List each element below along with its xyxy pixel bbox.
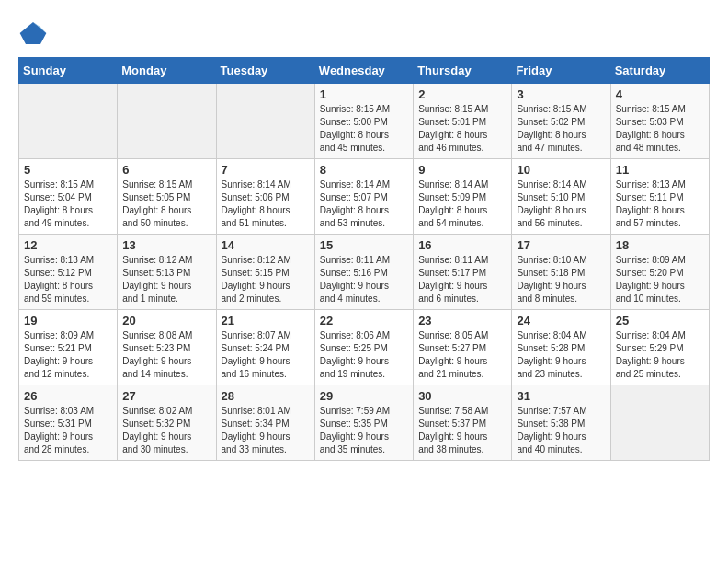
day-info: Sunrise: 8:02 AM Sunset: 5:32 PM Dayligh… [122, 405, 210, 456]
day-info: Sunrise: 8:14 AM Sunset: 5:10 PM Dayligh… [517, 178, 605, 230]
calendar-cell: 15Sunrise: 8:11 AM Sunset: 5:16 PM Dayli… [314, 235, 413, 310]
calendar-week-row: 5Sunrise: 8:15 AM Sunset: 5:04 PM Daylig… [19, 159, 710, 235]
weekday-header: Tuesday [216, 58, 314, 84]
calendar-cell: 23Sunrise: 8:05 AM Sunset: 5:27 PM Dayli… [414, 310, 512, 385]
calendar-cell: 26Sunrise: 8:03 AM Sunset: 5:31 PM Dayli… [19, 385, 118, 461]
calendar-cell: 7Sunrise: 8:14 AM Sunset: 5:06 PM Daylig… [216, 159, 314, 235]
calendar-cell: 12Sunrise: 8:13 AM Sunset: 5:12 PM Dayli… [19, 235, 118, 310]
day-info: Sunrise: 8:06 AM Sunset: 5:25 PM Dayligh… [320, 329, 408, 381]
day-info: Sunrise: 8:15 AM Sunset: 5:04 PM Dayligh… [24, 178, 112, 230]
calendar-cell: 1Sunrise: 8:15 AM Sunset: 5:00 PM Daylig… [314, 84, 413, 159]
day-number: 31 [517, 389, 605, 403]
calendar-cell: 20Sunrise: 8:08 AM Sunset: 5:23 PM Dayli… [118, 310, 216, 385]
day-number: 17 [517, 238, 605, 252]
day-number: 6 [122, 163, 210, 177]
calendar-cell: 9Sunrise: 8:14 AM Sunset: 5:09 PM Daylig… [414, 159, 512, 235]
calendar-cell [118, 84, 216, 159]
day-info: Sunrise: 8:05 AM Sunset: 5:27 PM Dayligh… [418, 329, 506, 381]
calendar-cell: 18Sunrise: 8:09 AM Sunset: 5:20 PM Dayli… [610, 235, 709, 310]
weekday-header: Wednesday [314, 58, 413, 84]
day-number: 14 [222, 238, 310, 252]
day-info: Sunrise: 8:10 AM Sunset: 5:18 PM Dayligh… [517, 254, 605, 305]
day-number: 2 [418, 87, 506, 101]
calendar-cell: 11Sunrise: 8:13 AM Sunset: 5:11 PM Dayli… [610, 159, 709, 235]
day-info: Sunrise: 8:04 AM Sunset: 5:28 PM Dayligh… [517, 329, 605, 381]
weekday-header: Saturday [610, 58, 709, 84]
day-info: Sunrise: 8:09 AM Sunset: 5:20 PM Dayligh… [616, 254, 704, 305]
calendar-cell: 8Sunrise: 8:14 AM Sunset: 5:07 PM Daylig… [314, 159, 413, 235]
weekday-header: Thursday [414, 58, 512, 84]
day-info: Sunrise: 8:14 AM Sunset: 5:06 PM Dayligh… [222, 178, 310, 230]
day-number: 9 [418, 163, 506, 177]
day-number: 19 [24, 314, 112, 327]
day-number: 15 [320, 238, 408, 252]
day-info: Sunrise: 8:12 AM Sunset: 5:13 PM Dayligh… [122, 254, 210, 305]
weekday-header: Friday [512, 58, 610, 84]
calendar-cell: 17Sunrise: 8:10 AM Sunset: 5:18 PM Dayli… [512, 235, 610, 310]
calendar-week-row: 19Sunrise: 8:09 AM Sunset: 5:21 PM Dayli… [19, 310, 710, 385]
calendar-cell: 13Sunrise: 8:12 AM Sunset: 5:13 PM Dayli… [118, 235, 216, 310]
day-info: Sunrise: 8:14 AM Sunset: 5:07 PM Dayligh… [320, 178, 408, 230]
day-info: Sunrise: 8:11 AM Sunset: 5:17 PM Dayligh… [418, 254, 506, 305]
calendar-cell: 5Sunrise: 8:15 AM Sunset: 5:04 PM Daylig… [19, 159, 118, 235]
page-header [18, 18, 710, 48]
day-info: Sunrise: 8:08 AM Sunset: 5:23 PM Dayligh… [122, 329, 210, 381]
calendar-cell [610, 385, 709, 461]
day-number: 11 [616, 163, 704, 177]
day-number: 29 [320, 389, 408, 403]
calendar-cell: 28Sunrise: 8:01 AM Sunset: 5:34 PM Dayli… [216, 385, 314, 461]
calendar-cell: 27Sunrise: 8:02 AM Sunset: 5:32 PM Dayli… [118, 385, 216, 461]
logo-icon [18, 18, 48, 48]
weekday-header-row: SundayMondayTuesdayWednesdayThursdayFrid… [19, 58, 710, 84]
day-number: 8 [320, 163, 408, 177]
day-info: Sunrise: 8:14 AM Sunset: 5:09 PM Dayligh… [418, 178, 506, 230]
calendar-cell: 31Sunrise: 7:57 AM Sunset: 5:38 PM Dayli… [512, 385, 610, 461]
day-number: 22 [320, 314, 408, 327]
calendar-cell: 10Sunrise: 8:14 AM Sunset: 5:10 PM Dayli… [512, 159, 610, 235]
day-info: Sunrise: 8:12 AM Sunset: 5:15 PM Dayligh… [222, 254, 310, 305]
day-number: 4 [616, 87, 704, 101]
day-info: Sunrise: 7:59 AM Sunset: 5:35 PM Dayligh… [320, 405, 408, 456]
day-info: Sunrise: 8:13 AM Sunset: 5:11 PM Dayligh… [616, 178, 704, 230]
logo [18, 18, 51, 48]
day-info: Sunrise: 8:15 AM Sunset: 5:03 PM Dayligh… [616, 103, 704, 155]
day-number: 3 [517, 87, 605, 101]
day-info: Sunrise: 7:57 AM Sunset: 5:38 PM Dayligh… [517, 405, 605, 456]
weekday-header: Sunday [19, 58, 118, 84]
calendar-table: SundayMondayTuesdayWednesdayThursdayFrid… [18, 57, 710, 461]
calendar-cell: 25Sunrise: 8:04 AM Sunset: 5:29 PM Dayli… [610, 310, 709, 385]
calendar-cell: 3Sunrise: 8:15 AM Sunset: 5:02 PM Daylig… [512, 84, 610, 159]
day-info: Sunrise: 8:01 AM Sunset: 5:34 PM Dayligh… [222, 405, 310, 456]
day-number: 28 [222, 389, 310, 403]
day-number: 21 [222, 314, 310, 327]
calendar-week-row: 12Sunrise: 8:13 AM Sunset: 5:12 PM Dayli… [19, 235, 710, 310]
day-number: 24 [517, 314, 605, 327]
calendar-cell [216, 84, 314, 159]
day-info: Sunrise: 8:15 AM Sunset: 5:00 PM Dayligh… [320, 103, 408, 155]
day-number: 1 [320, 87, 408, 101]
day-number: 18 [616, 238, 704, 252]
svg-marker-0 [20, 22, 47, 44]
calendar-cell: 16Sunrise: 8:11 AM Sunset: 5:17 PM Dayli… [414, 235, 512, 310]
weekday-header: Monday [118, 58, 216, 84]
calendar-cell: 4Sunrise: 8:15 AM Sunset: 5:03 PM Daylig… [610, 84, 709, 159]
calendar-cell: 14Sunrise: 8:12 AM Sunset: 5:15 PM Dayli… [216, 235, 314, 310]
day-number: 13 [122, 238, 210, 252]
day-info: Sunrise: 8:07 AM Sunset: 5:24 PM Dayligh… [222, 329, 310, 381]
day-info: Sunrise: 8:04 AM Sunset: 5:29 PM Dayligh… [616, 329, 704, 381]
day-number: 26 [24, 389, 112, 403]
calendar-cell: 21Sunrise: 8:07 AM Sunset: 5:24 PM Dayli… [216, 310, 314, 385]
calendar-week-row: 26Sunrise: 8:03 AM Sunset: 5:31 PM Dayli… [19, 385, 710, 461]
day-number: 30 [418, 389, 506, 403]
day-number: 7 [222, 163, 310, 177]
calendar-cell: 29Sunrise: 7:59 AM Sunset: 5:35 PM Dayli… [314, 385, 413, 461]
calendar-cell: 30Sunrise: 7:58 AM Sunset: 5:37 PM Dayli… [414, 385, 512, 461]
day-info: Sunrise: 8:15 AM Sunset: 5:01 PM Dayligh… [418, 103, 506, 155]
day-info: Sunrise: 8:15 AM Sunset: 5:02 PM Dayligh… [517, 103, 605, 155]
day-info: Sunrise: 8:13 AM Sunset: 5:12 PM Dayligh… [24, 254, 112, 305]
calendar-cell: 24Sunrise: 8:04 AM Sunset: 5:28 PM Dayli… [512, 310, 610, 385]
calendar-cell: 22Sunrise: 8:06 AM Sunset: 5:25 PM Dayli… [314, 310, 413, 385]
day-number: 25 [616, 314, 704, 327]
day-number: 16 [418, 238, 506, 252]
day-info: Sunrise: 8:11 AM Sunset: 5:16 PM Dayligh… [320, 254, 408, 305]
